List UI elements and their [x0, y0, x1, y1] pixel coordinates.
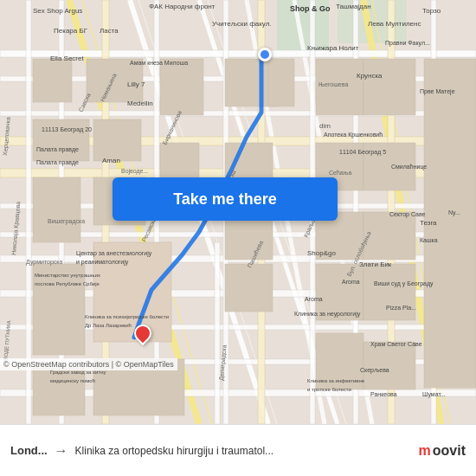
svg-text:Вишеградска: Вишеградска: [48, 218, 85, 225]
bottom-navigation-bar: Lond... → Klinika za ortopedsku hirurgij…: [0, 424, 476, 476]
origin-pin: [258, 48, 272, 61]
svg-text:послова Републике Србије: послова Републике Србије: [35, 281, 100, 286]
svg-text:Прве Матеје: Прве Матеје: [420, 88, 455, 95]
svg-text:ФАК Народни фронт: ФАК Народни фронт: [149, 3, 215, 10]
svg-rect-34: [215, 242, 220, 424]
svg-text:Центар за анестезиологију: Центар за анестезиологију: [76, 250, 152, 257]
svg-text:Николаја Кравцова: Николаја Кравцова: [10, 201, 22, 255]
svg-rect-51: [268, 59, 294, 106]
svg-text:Учитељски факул.: Учитељски факул.: [212, 20, 272, 28]
svg-text:Крунска: Крунска: [357, 72, 383, 80]
svg-text:Сектор Саве: Сектор Саве: [389, 211, 426, 218]
svg-text:Shop & Go: Shop & Go: [290, 4, 331, 13]
svg-text:11104 Београд 5: 11104 Београд 5: [339, 149, 386, 156]
svg-text:Клиника за неурологију: Клиника за неурологију: [294, 311, 361, 318]
svg-text:11113 Београд 20: 11113 Београд 20: [42, 126, 92, 133]
svg-text:Пекара БГ: Пекара БГ: [54, 27, 88, 35]
svg-text:Ella Secret: Ella Secret: [50, 55, 84, 62]
svg-text:Др Лаза Лазаревић: Др Лаза Лазаревић: [85, 323, 132, 328]
destination-pin: [134, 325, 151, 342]
svg-text:Тезга: Тезга: [420, 219, 437, 227]
svg-text:Амам кнеза Милоша: Амам кнеза Милоша: [130, 60, 188, 66]
svg-text:Сећања: Сећања: [329, 170, 351, 176]
svg-text:Виши суд у Београду: Виши суд у Београду: [374, 280, 434, 287]
svg-text:Правни Факул...: Правни Факул...: [385, 40, 430, 47]
from-location: Lond...: [10, 444, 48, 457]
svg-text:Палата правде: Палата правде: [36, 146, 79, 153]
svg-rect-57: [363, 59, 415, 115]
svg-text:Палата правде: Палата правде: [36, 159, 79, 166]
svg-text:dim: dim: [319, 122, 331, 130]
svg-text:Смилаћнице: Смилаћнице: [391, 164, 427, 170]
svg-rect-41: [93, 119, 141, 161]
map-container: Sex Shop Argus ФАК Народни фронт Shop & …: [0, 0, 476, 424]
svg-text:Клиника за психијатријске боле: Клиника за психијатријске болести: [85, 314, 169, 319]
svg-text:и тропске болести: и тропске болести: [307, 387, 351, 392]
svg-rect-45: [160, 59, 203, 115]
svg-text:Ласта: Ласта: [100, 27, 119, 35]
to-location: Klinika za ortopedsku hirurgiju i trauma…: [75, 445, 419, 457]
svg-text:Aroma: Aroma: [305, 296, 323, 302]
svg-text:Скерљева: Скерљева: [360, 367, 389, 374]
svg-text:Књижара Нолит: Књижара Нолит: [307, 44, 359, 52]
svg-text:и реаниматологију: и реаниматологију: [76, 259, 129, 266]
svg-text:Кашка: Кашка: [420, 237, 438, 243]
svg-text:Ny...: Ny...: [448, 209, 460, 216]
svg-text:Ташмајдан: Ташмајдан: [336, 3, 371, 10]
svg-text:Апотека Кршенковић: Апотека Кршенковић: [324, 132, 383, 138]
moovit-logo-m: m: [419, 443, 431, 459]
svg-rect-40: [33, 368, 85, 415]
map-attribution: © OpenStreetMap contributors | © OpenMap…: [0, 358, 177, 370]
take-me-there-button[interactable]: Take me there: [113, 177, 338, 221]
svg-text:Злати Бик: Злати Бик: [359, 261, 392, 268]
svg-rect-60: [363, 264, 415, 320]
svg-text:Војводе...: Војводе...: [121, 168, 148, 175]
svg-rect-35: [33, 59, 72, 102]
svg-text:Aroma: Aroma: [342, 279, 360, 285]
svg-rect-38: [33, 177, 80, 242]
svg-text:Lilly 7: Lilly 7: [127, 80, 145, 88]
svg-text:Торзо: Торзо: [422, 7, 441, 15]
svg-text:Његошева: Његошева: [318, 81, 348, 87]
svg-text:Shop&go: Shop&go: [307, 249, 336, 257]
svg-rect-50: [225, 264, 273, 312]
arrow-right-icon: →: [55, 443, 68, 459]
svg-text:Херцеговачка: Херцеговачка: [2, 117, 12, 156]
svg-rect-61: [363, 342, 415, 389]
svg-text:медицинску помоћ: медицинску помоћ: [50, 378, 95, 383]
svg-text:Sex Shop Argus: Sex Shop Argus: [33, 7, 82, 15]
moovit-logo: m oovit: [419, 443, 466, 459]
svg-text:Клиника за инфективне: Клиника за инфективне: [307, 378, 365, 383]
svg-text:Лева Мултиленс: Лева Мултиленс: [368, 20, 421, 28]
svg-text:Дурмиторска: Дурмиторска: [26, 259, 63, 266]
svg-text:Савска: Савска: [78, 92, 92, 113]
svg-text:Храм Светог Саве: Храм Светог Саве: [370, 341, 422, 348]
svg-rect-59: [363, 212, 415, 260]
svg-text:Министарство унутрашњих: Министарство унутрашњих: [35, 273, 100, 278]
svg-text:Ранкеова: Ранкеова: [370, 391, 397, 397]
svg-text:Aman: Aman: [102, 157, 120, 164]
svg-text:Medellin: Medellin: [127, 100, 153, 107]
moovit-logo-text: oovit: [433, 443, 466, 459]
svg-text:Шумат...: Шумат...: [422, 391, 446, 398]
svg-text:Pizza Pla...: Pizza Pla...: [386, 305, 416, 311]
